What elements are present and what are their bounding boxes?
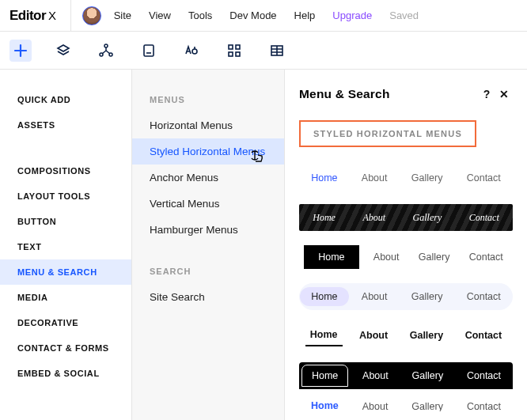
top-menu-upgrade[interactable]: Upgrade [332,9,372,21]
avatar[interactable] [82,6,101,25]
menu-preview-item: Contact [464,248,508,266]
subpanel-item-anchor-menus[interactable]: Anchor Menus [132,165,284,191]
menu-preview-item: Gallery [400,287,454,306]
menu-preview-item: Home [300,287,348,306]
menu-preview-item: Home [304,245,358,269]
menu-preview-item: About [354,327,392,346]
table-icon[interactable] [266,40,288,62]
top-menu-tools[interactable]: Tools [188,9,212,21]
menu-preview-item: About [353,365,398,386]
top-menu: SiteViewToolsDev ModeHelpUpgradeSaved [114,9,419,21]
sidebar-item-layout-tools[interactable]: Layout Tools [0,184,131,209]
sidebar: Quick AddAssetsCompositionsLayout ToolsB… [0,70,132,420]
menu-preview-item: Contact [462,402,506,411]
sidebar-item-contact-forms[interactable]: Contact & Forms [0,335,131,361]
preview-list: HomeAboutGalleryContactHomeAboutGalleryC… [299,165,513,411]
sidebar-item-assets[interactable]: Assets [0,112,131,138]
logo-main: Editor [9,8,46,24]
menu-preview-item: About [351,287,399,306]
svg-rect-3 [144,45,154,56]
menu-preview-item: Gallery [407,169,448,187]
svg-point-0 [104,44,108,47]
menu-preview-item: Contact [464,209,504,227]
page-icon[interactable] [138,40,160,62]
menu-preview-item: About [369,248,404,266]
menu-preview[interactable]: HomeAboutGalleryContact [299,323,513,350]
section-tag: Styled Horizontal Menus [299,120,476,147]
top-menu-view[interactable]: View [149,9,171,21]
menu-preview[interactable]: HomeAboutGalleryContact [299,402,513,411]
svg-point-4 [192,49,197,54]
sidebar-item-media[interactable]: Media [0,285,131,310]
tool-strip [0,32,527,70]
menu-preview-item: Home [308,209,340,227]
menu-preview-item: About [358,209,390,227]
logo: EditorX [9,0,71,32]
help-icon[interactable]: ? [478,88,495,100]
menu-preview-item: Gallery [407,402,448,411]
svg-rect-7 [229,52,233,56]
top-menu-saved[interactable]: Saved [389,9,419,21]
menu-preview-item: Contact [456,287,512,306]
add-icon[interactable] [9,40,32,62]
sidebar-item-decorative[interactable]: Decorative [0,310,131,335]
menu-preview-item: About [357,169,392,187]
layers-icon[interactable] [52,40,74,62]
menu-preview-item: About [358,402,393,411]
menu-preview-item: Home [301,365,348,387]
menu-preview[interactable]: HomeAboutGalleryContact [299,204,513,231]
top-menu-dev-mode[interactable]: Dev Mode [229,9,276,21]
sidebar-item-quick-add[interactable]: Quick Add [0,87,131,112]
subpanel-item-hamburger-menus[interactable]: Hamburger Menus [132,217,284,243]
menu-preview-item: Home [305,326,343,346]
subpanel-item-vertical-menus[interactable]: Vertical Menus [132,191,284,217]
subpanel-item-styled-horizontal-menus[interactable]: Styled Horizontal Menus [132,138,284,165]
grid-icon[interactable] [223,40,245,62]
sub-panel: MenusHorizontal MenusStyled Horizontal M… [132,70,285,420]
subpanel-heading-search: Search [132,262,284,284]
sidebar-item-embed-social[interactable]: Embed & Social [0,361,131,386]
menu-preview[interactable]: HomeAboutGalleryContact [299,244,513,271]
top-menu-help[interactable]: Help [294,9,316,21]
top-menu-site[interactable]: Site [114,9,131,21]
svg-rect-6 [236,45,240,49]
svg-rect-8 [236,52,240,56]
menu-preview-item: Contact [462,169,506,187]
menu-preview-item: Gallery [405,327,448,346]
menu-preview-item: Gallery [408,209,447,227]
sidebar-item-compositions[interactable]: Compositions [0,158,131,184]
menu-preview-item: Home [306,402,343,411]
menu-preview[interactable]: HomeAboutGalleryContact [299,362,513,389]
sidebar-item-button[interactable]: Button [0,209,131,234]
detail-title: Menu & Search [299,87,478,101]
typography-icon[interactable] [180,40,203,62]
body: Quick AddAssetsCompositionsLayout ToolsB… [0,70,527,420]
sidebar-item-text[interactable]: Text [0,234,131,259]
sidebar-item-menu-search[interactable]: Menu & Search [0,259,131,285]
close-icon[interactable]: ✕ [495,88,513,100]
subpanel-heading-menus: Menus [132,90,284,112]
top-bar: EditorX SiteViewToolsDev ModeHelpUpgrade… [0,0,527,32]
menu-preview-item: Home [306,169,342,187]
menu-preview[interactable]: HomeAboutGalleryContact [299,165,513,191]
logo-suffix: X [48,9,56,22]
subpanel-item-horizontal-menus[interactable]: Horizontal Menus [132,112,284,138]
subpanel-item-site-search[interactable]: Site Search [132,284,284,310]
menu-preview-item: Gallery [414,248,455,266]
detail-panel: Menu & Search ? ✕ Styled Horizontal Menu… [285,70,527,420]
menu-preview-item: Contact [461,327,507,346]
structure-icon[interactable] [95,40,117,62]
menu-preview[interactable]: HomeAboutGalleryContact [299,283,513,310]
menu-preview-item: Gallery [403,365,453,386]
menu-preview-item: Contact [457,365,510,386]
svg-rect-5 [229,45,233,49]
detail-header: Menu & Search ? ✕ [299,87,513,101]
